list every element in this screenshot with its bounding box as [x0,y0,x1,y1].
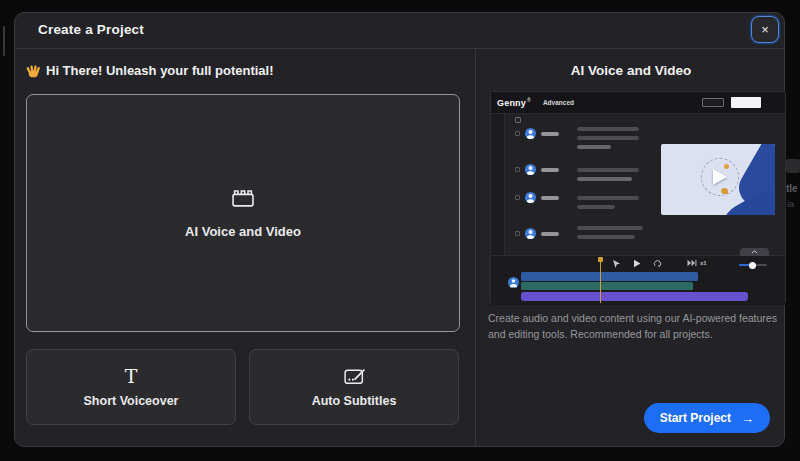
orange-dot [724,164,729,169]
loop-icon [653,259,662,268]
option-detail-pane: AI Voice and Video Genny® Advanced [475,49,786,447]
advanced-label: Advanced [543,99,574,106]
text-line-bar [577,226,643,230]
option-label: Short Voiceover [84,394,179,408]
detail-title: AI Voice and Video [476,63,786,78]
option-description: Create audio and video content using our… [488,311,782,343]
preview-image: Genny® Advanced [490,91,786,304]
speaker-avatar [525,164,536,175]
start-project-label: Start Project [660,411,731,425]
start-project-button[interactable]: Start Project → [644,403,770,433]
wave-emoji-icon [26,63,41,78]
create-project-modal: Create a Project × Hi There! Unleash you… [14,12,785,447]
preview-solid-button [731,97,761,108]
project-options-pane: Hi There! Unleash your full potential! A… [15,49,475,447]
row-checkbox [515,195,520,200]
background-fragment-text: ia [787,199,794,209]
registered-mark: ® [527,97,531,103]
speaker-name-bar [541,232,559,236]
screen: tle ia Create a Project × [0,0,800,461]
row-checkbox [515,167,520,172]
clapperboard-icon [231,187,255,208]
row-checkbox [515,231,520,236]
preview-timeline: x1 [491,255,785,305]
text-line-bar [577,196,639,200]
greeting: Hi There! Unleash your full potential! [26,63,274,78]
row-checkbox [515,131,520,136]
text-line-bar [577,127,639,131]
modal-header: Create a Project × [15,13,784,49]
speaker-avatar [525,192,536,203]
speaker-name-bar [541,196,559,200]
skip-end-icon [687,259,697,267]
option-label: Auto Subtitles [312,394,397,408]
music-track [521,292,748,301]
background-fragment-text: tle [786,183,798,194]
text-line-bar [577,177,632,181]
preview-tool-icon [515,117,521,123]
speaker-name-bar [541,132,559,136]
playhead [600,257,601,303]
genny-logo: Genny® [497,97,531,108]
background-fragment [3,26,5,56]
track-avatar [508,274,519,292]
close-button[interactable]: × [751,16,779,43]
modal-title: Create a Project [38,22,144,37]
speed-label: x1 [700,260,707,266]
secondary-options: T Short Voiceover Auto Subtitles [26,349,459,425]
arrow-right-icon: → [741,411,754,426]
audio-track [521,282,693,290]
option-ai-voice-and-video[interactable]: AI Voice and Video [26,94,460,332]
preview-outline-button [702,98,724,107]
option-label: AI Voice and Video [185,224,301,239]
play-button-icon [633,259,641,268]
speaker-name-bar [541,168,559,172]
background-fragment [786,159,800,173]
text-line-bar [577,235,635,239]
text-icon: T [125,366,138,386]
text-line-bar [577,205,615,209]
option-short-voiceover[interactable]: T Short Voiceover [26,349,236,425]
greeting-text: Hi There! Unleash your full potential! [46,63,274,78]
preview-script-area [491,114,785,255]
playhead-cap [598,257,603,262]
preview-topbar: Genny® Advanced [491,92,785,114]
close-icon: × [761,22,769,37]
playback-speed: x1 [687,259,707,267]
preview-sidebar [491,114,505,255]
timeline-zoom-slider [739,264,767,266]
option-auto-subtitles[interactable]: Auto Subtitles [249,349,459,425]
voice-track [521,272,698,281]
timeline-collapse-tab [740,248,769,256]
text-line-bar [577,168,639,172]
orange-dot [721,188,728,194]
play-icon [713,169,727,185]
cursor-tool-icon [612,259,621,269]
text-line-bar [577,145,611,149]
video-thumbnail [661,144,775,215]
slider-knob [749,262,756,269]
speaker-avatar [525,228,536,239]
text-line-bar [577,136,639,140]
subtitles-edit-icon [343,366,366,386]
speaker-avatar [525,128,536,139]
